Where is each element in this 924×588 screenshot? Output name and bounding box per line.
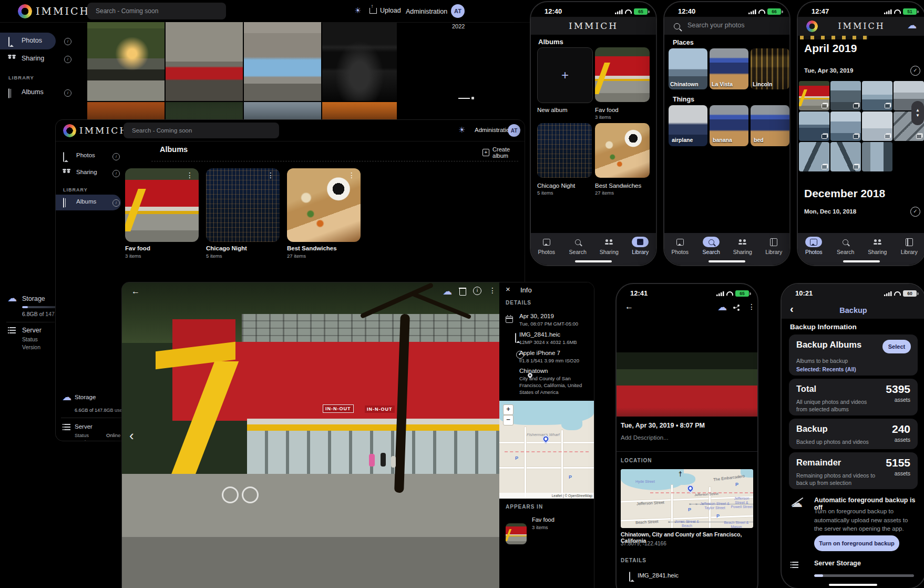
info-icon[interactable]	[473, 287, 481, 295]
search-bar[interactable]: Search your photos	[664, 17, 789, 35]
sidebar-item-albums[interactable]: Albums	[56, 195, 121, 210]
album-title[interactable]: Best Sandwiches	[287, 245, 337, 251]
new-album-tile[interactable]: +	[537, 47, 593, 103]
timeline-year-label: 2022	[452, 23, 465, 29]
appears-in-album-thumb[interactable]	[506, 523, 527, 544]
album-menu-icon[interactable]	[186, 173, 193, 178]
album-tile-fav-food[interactable]	[595, 47, 650, 102]
select-button[interactable]: Select	[882, 340, 911, 353]
timeline-scrubber[interactable]: ▲▼	[911, 101, 924, 125]
sidebar-item-photos[interactable]: Photos	[0, 33, 56, 49]
back-icon[interactable]: ←	[625, 302, 633, 311]
photo-thumbnail[interactable]	[244, 102, 321, 120]
photo-tile[interactable]	[799, 111, 829, 141]
photo-viewer[interactable]: IN-N-OUT IN-N-OUT ← ‹	[122, 282, 499, 588]
album-title[interactable]: Chicago Night	[537, 183, 575, 189]
sidebar-item-sharing[interactable]: Sharing	[56, 165, 120, 181]
location-map[interactable]: Fisherman's Wharf P P + − Leaflet | © Op…	[499, 401, 594, 499]
theme-toggle-icon[interactable]	[458, 125, 465, 135]
tab-photos[interactable]: Photos	[798, 237, 829, 265]
description-field[interactable]: Add Description...	[621, 434, 669, 441]
trash-icon[interactable]	[459, 289, 466, 296]
download-cloud-icon[interactable]	[443, 286, 452, 297]
photo-tile[interactable]	[830, 142, 861, 171]
home-indicator[interactable]	[575, 260, 612, 262]
turn-on-foreground-backup-button[interactable]: Turn on foreground backup	[814, 535, 899, 551]
sidebar-item-sharing[interactable]: Sharing	[0, 50, 74, 67]
photo-thumbnail[interactable]	[87, 102, 165, 120]
photo-thumbnail[interactable]	[87, 22, 165, 101]
album-title[interactable]: Best Sandwiches	[595, 183, 641, 189]
info-icon[interactable]	[64, 56, 71, 63]
info-icon[interactable]	[112, 153, 120, 160]
photos-icon	[543, 239, 550, 246]
previous-photo-chevron[interactable]: ‹	[129, 428, 134, 444]
photo-tile[interactable]	[862, 81, 892, 110]
album-title[interactable]: Fav food	[125, 245, 150, 251]
avatar[interactable]: AT	[508, 124, 520, 137]
share-icon[interactable]	[733, 305, 740, 311]
select-day-icon[interactable]	[910, 66, 920, 76]
photo-thumbnail[interactable]	[166, 102, 243, 120]
album-menu-icon[interactable]	[267, 173, 274, 178]
album-tile-chicago-night[interactable]	[537, 123, 592, 178]
select-day-icon[interactable]	[910, 207, 920, 217]
back-icon[interactable]: ←	[131, 287, 140, 296]
search-input[interactable]: Search - Coming soon	[87, 3, 226, 19]
immich-logo-icon	[63, 124, 76, 137]
album-title[interactable]: Fav food	[595, 107, 619, 113]
photo-tile[interactable]	[799, 142, 829, 171]
appears-in-album-title[interactable]: Fav food	[532, 516, 555, 523]
upload-cloud-icon[interactable]	[717, 301, 727, 313]
more-options-icon[interactable]	[489, 288, 496, 293]
map-zoom-out-button[interactable]: −	[503, 415, 514, 425]
backup-cloud-icon[interactable]	[907, 19, 917, 31]
tab-photos[interactable]: Photos	[665, 237, 695, 265]
photo-tile[interactable]	[862, 111, 892, 141]
immich-logo-icon[interactable]	[806, 21, 818, 32]
signal-icon	[884, 9, 892, 14]
album-card-chicago-night[interactable]	[206, 168, 280, 242]
photo-thumbnail[interactable]	[322, 22, 397, 101]
photo-tile[interactable]	[799, 81, 829, 110]
administration-link[interactable]: Administration	[475, 127, 513, 133]
info-icon[interactable]	[64, 89, 71, 97]
home-indicator[interactable]	[843, 260, 880, 262]
sidebar-item-photos[interactable]: Photos	[56, 148, 120, 164]
upload-button[interactable]: Upload	[369, 7, 401, 14]
album-tile-best-sandwiches[interactable]	[595, 123, 650, 178]
avatar[interactable]: AT	[451, 4, 465, 18]
more-options-icon[interactable]	[748, 304, 755, 309]
album-card-fav-food[interactable]	[125, 168, 199, 242]
map-zoom-in-button[interactable]: +	[503, 404, 514, 415]
photo-tile[interactable]	[830, 111, 861, 141]
tab-library[interactable]: Library	[625, 237, 655, 265]
tab-library[interactable]: Library	[894, 237, 924, 265]
album-card-best-sandwiches[interactable]	[287, 168, 361, 242]
home-indicator[interactable]	[709, 260, 745, 262]
photo-tile[interactable]	[862, 142, 892, 171]
photo-preview[interactable]	[617, 352, 757, 417]
album-menu-icon[interactable]	[348, 173, 355, 178]
info-icon[interactable]	[112, 170, 120, 177]
timeline-scrubber-dot[interactable]	[471, 97, 474, 99]
home-indicator[interactable]	[829, 584, 877, 586]
timeline-scrubber[interactable]	[458, 98, 470, 99]
location-map[interactable]: † The Embarcadero Hyde Street ×××× ×××××…	[621, 469, 753, 528]
photo-thumbnail[interactable]	[322, 102, 397, 120]
create-album-button[interactable]: + Create album	[482, 146, 525, 159]
tab-library[interactable]: Library	[758, 237, 789, 265]
photo-thumbnail[interactable]	[244, 22, 321, 101]
info-icon[interactable]	[64, 38, 71, 45]
tab-label: Photos	[671, 249, 689, 255]
photo-thumbnail[interactable]	[166, 22, 243, 101]
photo-tile[interactable]	[830, 81, 861, 110]
sidebar-item-albums[interactable]: Albums	[0, 84, 74, 101]
album-title[interactable]: Chicago Night	[206, 245, 247, 251]
search-input[interactable]: Search - Coming soon	[124, 123, 279, 138]
close-icon[interactable]: ×	[506, 285, 510, 293]
info-icon[interactable]	[112, 199, 120, 207]
administration-link[interactable]: Administration	[406, 8, 447, 15]
tab-photos[interactable]: Photos	[531, 237, 562, 265]
theme-toggle-icon[interactable]	[354, 6, 361, 15]
